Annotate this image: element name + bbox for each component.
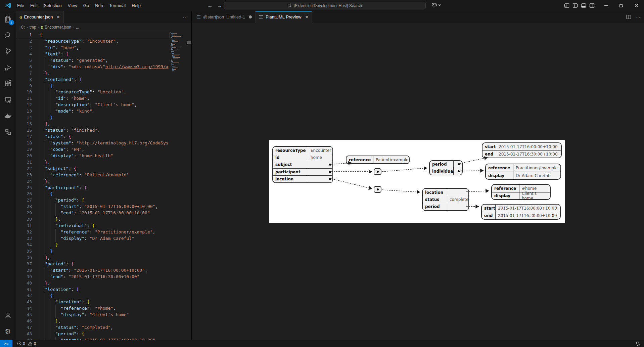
go-forward-button[interactable]: →: [217, 3, 222, 8]
tab-plantuml-preview[interactable]: PlantUML Preview ✕: [256, 11, 312, 23]
settings-gear-icon[interactable]: ⚙: [0, 323, 16, 340]
source-control-icon[interactable]: [0, 43, 16, 59]
close-tab-icon[interactable]: ✕: [57, 15, 60, 19]
code-line[interactable]: 1{: [16, 32, 170, 38]
code-line[interactable]: 43 "location": {: [16, 299, 170, 305]
code-line[interactable]: 26 {: [16, 191, 170, 197]
remote-explorer-icon[interactable]: [0, 92, 16, 108]
code-line[interactable]: 5 "status": "generated",: [16, 57, 170, 64]
more-actions-icon[interactable]: ⋯: [635, 14, 641, 20]
code-line[interactable]: 45 "display": "Client's home": [16, 312, 170, 318]
code-line[interactable]: 10 "resourceType": "Location",: [16, 89, 170, 95]
code-line[interactable]: 25 "participant": [: [16, 185, 170, 191]
menu-terminal[interactable]: Terminal: [106, 1, 129, 10]
menu-help[interactable]: Help: [129, 1, 144, 10]
accounts-icon[interactable]: [0, 307, 16, 323]
code-editor[interactable]: 1{2 "resourceType": "Encounter",3 "id": …: [16, 32, 170, 340]
docker-icon[interactable]: [0, 108, 16, 124]
minimap[interactable]: [170, 32, 187, 340]
command-center-search[interactable]: [Extension Development Host] Search: [224, 2, 426, 9]
scrollbar-thumb[interactable]: [187, 41, 191, 44]
explorer-icon[interactable]: 1: [0, 11, 16, 27]
customize-layout-icon[interactable]: [564, 3, 569, 8]
remote-indicator[interactable]: [0, 340, 12, 347]
menu-go[interactable]: Go: [80, 1, 92, 10]
close-window-button[interactable]: [629, 0, 644, 11]
editor-scrollbar[interactable]: [187, 32, 191, 340]
code-line[interactable]: 40 },: [16, 280, 170, 287]
menu-edit[interactable]: Edit: [27, 1, 41, 10]
code-line[interactable]: 4 "text": {: [16, 51, 170, 57]
code-line[interactable]: 38 "start": "2015-01-17T16:00:00+10:00",: [16, 267, 170, 274]
code-line[interactable]: 33 "display": "Dr Adam Careful": [16, 235, 170, 242]
extensions-icon[interactable]: [0, 76, 16, 92]
menu-selection[interactable]: Selection: [41, 1, 64, 10]
problems-status[interactable]: 0 0: [17, 341, 36, 346]
copilot-menu-button[interactable]: [431, 2, 441, 8]
code-line[interactable]: 41 "location": [: [16, 287, 170, 293]
notifications-bell-icon[interactable]: [635, 341, 640, 346]
code-line[interactable]: 32 "reference": "Practitioner/example",: [16, 229, 170, 235]
code-line[interactable]: 13 "mode": "kind": [16, 108, 170, 115]
code-line[interactable]: 28 "start": "2015-01-17T16:00:00+10:00",: [16, 204, 170, 210]
code-line[interactable]: 44 "reference": "#home",: [16, 305, 170, 312]
code-line[interactable]: 23 "reference": "Patient/example": [16, 172, 170, 178]
code-line[interactable]: 20 "display": "home health": [16, 153, 170, 159]
code-line[interactable]: 24 },: [16, 178, 170, 185]
code-line[interactable]: 46 },: [16, 318, 170, 324]
code-line[interactable]: 16 "status": "finished",: [16, 127, 170, 134]
menu-view[interactable]: View: [65, 1, 80, 10]
hierarchy-view-icon[interactable]: [0, 124, 16, 140]
toggle-secondary-sidebar-icon[interactable]: [589, 3, 595, 8]
code-line[interactable]: 22 "subject": {: [16, 166, 170, 172]
minimize-button[interactable]: [599, 0, 614, 11]
code-line[interactable]: 21 },: [16, 159, 170, 166]
close-tab-icon[interactable]: ✕: [305, 15, 308, 19]
toggle-panel-icon[interactable]: [581, 3, 586, 8]
code-line[interactable]: 48 "period": {: [16, 331, 170, 337]
code-line[interactable]: 9 {: [16, 83, 170, 89]
breadcrumb-tail[interactable]: ...: [76, 25, 79, 30]
code-line[interactable]: 29 "end": "2015-01-17T16:30:00+10:00": [16, 210, 170, 216]
code-line[interactable]: 7 },: [16, 70, 170, 77]
toggle-primary-sidebar-icon[interactable]: [572, 3, 578, 8]
code-line[interactable]: 37 "period": {: [16, 261, 170, 267]
more-actions-icon[interactable]: ⋯: [183, 14, 188, 20]
code-line[interactable]: 49 "start": "2015-01-17T16:00:00+10:00",: [16, 337, 170, 340]
code-line[interactable]: 17 "class": {: [16, 134, 170, 140]
run-and-debug-icon[interactable]: [0, 59, 16, 76]
code-line[interactable]: 15 ],: [16, 121, 170, 127]
tab-encounter-json[interactable]: {} Encounter.json ✕: [16, 11, 64, 23]
code-line[interactable]: 12 "description": "Client's home",: [16, 102, 170, 108]
menu-run[interactable]: Run: [92, 1, 106, 10]
breadcrumb-folder[interactable]: tmp: [30, 25, 36, 30]
search-icon: [287, 3, 292, 8]
code-line[interactable]: 31 "individual": {: [16, 223, 170, 229]
breadcrumb-drive[interactable]: C:: [21, 25, 25, 30]
code-line[interactable]: 35 }: [16, 248, 170, 255]
code-line[interactable]: 42 {: [16, 293, 170, 299]
code-line[interactable]: 36 ],: [16, 255, 170, 261]
code-line[interactable]: 30 },: [16, 216, 170, 223]
breadcrumb-file[interactable]: Encounter.json: [45, 25, 71, 30]
code-line[interactable]: 2 "resourceType": "Encounter",: [16, 38, 170, 45]
code-line[interactable]: 34 }: [16, 242, 170, 248]
code-line[interactable]: 8 "contained": [: [16, 77, 170, 83]
code-line[interactable]: 11 "id": "home",: [16, 95, 170, 102]
code-line[interactable]: 3 "id": "home",: [16, 45, 170, 51]
code-line[interactable]: 14 }: [16, 115, 170, 121]
menu-file[interactable]: File: [14, 1, 27, 10]
go-back-button[interactable]: ←: [208, 3, 213, 8]
code-line[interactable]: 27 "period": {: [16, 197, 170, 204]
code-line[interactable]: 39 "end": "2015-01-17T16:30:00+10:00": [16, 274, 170, 280]
code-line[interactable]: 6 "div": "<div xmlns=\"http://www.w3.org…: [16, 64, 170, 70]
code-line[interactable]: 47 "status": "completed",: [16, 324, 170, 331]
split-editor-icon[interactable]: [626, 14, 631, 19]
tab-untitled-startjson[interactable]: @startjson Untitled-1: [193, 11, 256, 23]
modified-dot-icon[interactable]: [249, 15, 252, 18]
code-line[interactable]: 18 "system": "http://terminology.hl7.org…: [16, 140, 170, 146]
tab-label: Encounter.json: [24, 14, 53, 19]
restore-button[interactable]: [614, 0, 629, 11]
code-line[interactable]: 19 "code": "HH",: [16, 146, 170, 153]
search-view-icon[interactable]: [0, 27, 16, 43]
